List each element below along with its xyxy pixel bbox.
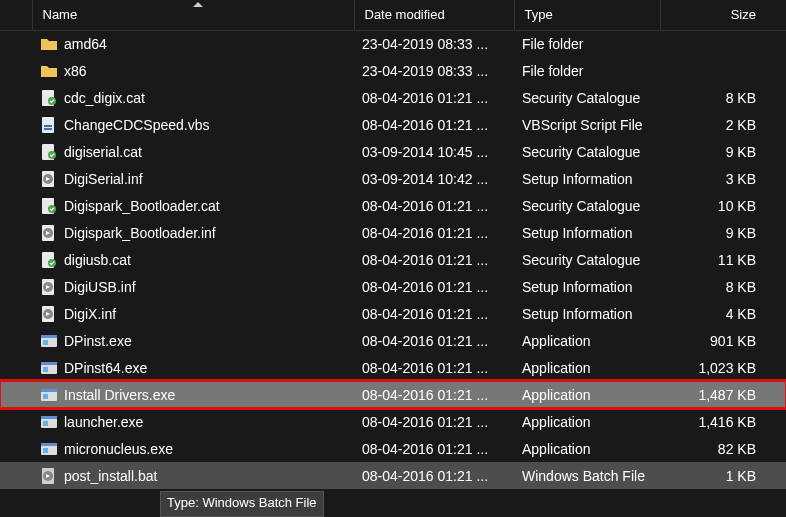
column-header-name-label: Name [43,7,78,22]
file-date: 08-04-2016 01:21 ... [354,381,514,408]
exe-icon [40,413,58,431]
inf-icon [40,305,58,323]
folder-icon [40,62,58,80]
file-name: Digispark_Bootloader.inf [64,225,216,241]
exe-icon [40,386,58,404]
file-name: Digispark_Bootloader.cat [64,198,220,214]
column-header-name[interactable]: Name [32,0,354,30]
file-type: Setup Information [514,300,660,327]
file-name: DPinst64.exe [64,360,147,376]
inf-icon [40,224,58,242]
exe-icon [40,332,58,350]
file-size: 9 KB [660,219,786,246]
file-size: 1,416 KB [660,408,786,435]
file-list-table: Name Date modified Type Size amd6423-04-… [0,0,786,489]
file-date: 08-04-2016 01:21 ... [354,327,514,354]
file-row[interactable]: DPinst.exe08-04-2016 01:21 ...Applicatio… [0,327,786,354]
file-type: Security Catalogue [514,192,660,219]
vbs-icon [40,116,58,134]
file-row[interactable]: Digispark_Bootloader.cat08-04-2016 01:21… [0,192,786,219]
file-row[interactable]: amd6423-04-2019 08:33 ...File folder [0,30,786,57]
file-size: 10 KB [660,192,786,219]
file-name: micronucleus.exe [64,441,173,457]
file-name: DigiSerial.inf [64,171,143,187]
file-date: 03-09-2014 10:42 ... [354,165,514,192]
cat-icon [40,143,58,161]
file-name: x86 [64,63,87,79]
file-row[interactable]: DPinst64.exe08-04-2016 01:21 ...Applicat… [0,354,786,381]
column-header-margin [0,0,32,30]
file-row[interactable]: ChangeCDCSpeed.vbs08-04-2016 01:21 ...VB… [0,111,786,138]
file-name: amd64 [64,36,107,52]
file-date: 08-04-2016 01:21 ... [354,192,514,219]
file-date: 08-04-2016 01:21 ... [354,408,514,435]
file-name: launcher.exe [64,414,143,430]
file-size: 8 KB [660,84,786,111]
exe-icon [40,359,58,377]
hover-tooltip: Type: Windows Batch File [160,491,324,517]
file-row[interactable]: Install Drivers.exe08-04-2016 01:21 ...A… [0,381,786,408]
file-date: 08-04-2016 01:21 ... [354,354,514,381]
file-name: digiserial.cat [64,144,142,160]
file-row[interactable]: cdc_digix.cat08-04-2016 01:21 ...Securit… [0,84,786,111]
file-date: 23-04-2019 08:33 ... [354,30,514,57]
cat-icon [40,89,58,107]
folder-icon [40,35,58,53]
file-type: Application [514,435,660,462]
file-date: 08-04-2016 01:21 ... [354,111,514,138]
file-size: 2 KB [660,111,786,138]
exe-icon [40,440,58,458]
file-date: 08-04-2016 01:21 ... [354,84,514,111]
column-header-date[interactable]: Date modified [354,0,514,30]
file-date: 03-09-2014 10:45 ... [354,138,514,165]
bat-icon [40,467,58,485]
file-name: Install Drivers.exe [64,387,175,403]
file-date: 08-04-2016 01:21 ... [354,300,514,327]
file-row[interactable]: DigiSerial.inf03-09-2014 10:42 ...Setup … [0,165,786,192]
file-row[interactable]: DigiX.inf08-04-2016 01:21 ...Setup Infor… [0,300,786,327]
file-date: 08-04-2016 01:21 ... [354,273,514,300]
file-size: 4 KB [660,300,786,327]
file-type: Setup Information [514,273,660,300]
file-size: 8 KB [660,273,786,300]
file-size: 1,487 KB [660,381,786,408]
file-type: Setup Information [514,219,660,246]
column-header-type[interactable]: Type [514,0,660,30]
cat-icon [40,197,58,215]
file-name: post_install.bat [64,468,157,484]
file-size: 901 KB [660,327,786,354]
column-header-size[interactable]: Size [660,0,786,30]
file-name: DigiUSB.inf [64,279,136,295]
file-row[interactable]: micronucleus.exe08-04-2016 01:21 ...Appl… [0,435,786,462]
file-size: 9 KB [660,138,786,165]
file-type: Application [514,381,660,408]
inf-icon [40,170,58,188]
file-row[interactable]: launcher.exe08-04-2016 01:21 ...Applicat… [0,408,786,435]
file-type: Security Catalogue [514,138,660,165]
file-size: 11 KB [660,246,786,273]
file-row[interactable]: x8623-04-2019 08:33 ...File folder [0,57,786,84]
file-date: 08-04-2016 01:21 ... [354,435,514,462]
file-type: File folder [514,57,660,84]
file-type: Setup Information [514,165,660,192]
file-row[interactable]: DigiUSB.inf08-04-2016 01:21 ...Setup Inf… [0,273,786,300]
file-name: ChangeCDCSpeed.vbs [64,117,210,133]
file-size: 1 KB [660,462,786,489]
file-size [660,30,786,57]
file-name: DigiX.inf [64,306,116,322]
file-row[interactable]: digiusb.cat08-04-2016 01:21 ...Security … [0,246,786,273]
file-type: VBScript Script File [514,111,660,138]
file-row[interactable]: Digispark_Bootloader.inf08-04-2016 01:21… [0,219,786,246]
file-type: Security Catalogue [514,84,660,111]
file-name: DPinst.exe [64,333,132,349]
file-name: cdc_digix.cat [64,90,145,106]
file-row[interactable]: post_install.bat08-04-2016 01:21 ...Wind… [0,462,786,489]
file-type: Application [514,354,660,381]
inf-icon [40,278,58,296]
cat-icon [40,251,58,269]
file-row[interactable]: digiserial.cat03-09-2014 10:45 ...Securi… [0,138,786,165]
file-type: Windows Batch File [514,462,660,489]
file-type: File folder [514,30,660,57]
file-size: 1,023 KB [660,354,786,381]
file-type: Application [514,327,660,354]
